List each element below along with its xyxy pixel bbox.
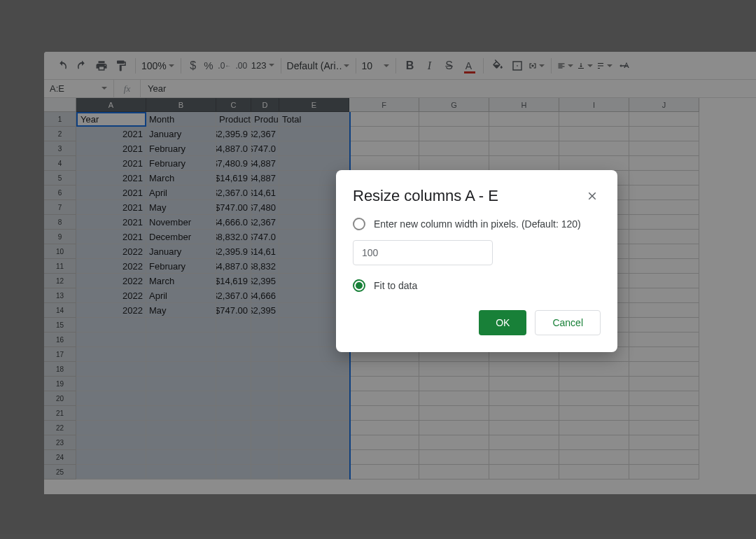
radio-enter-width[interactable]: [353, 218, 365, 230]
resize-columns-dialog: Resize columns A - E Enter new column wi…: [336, 170, 617, 352]
radio-label: Enter new column width in pixels. (Defau…: [374, 218, 581, 230]
column-width-input[interactable]: [353, 240, 493, 265]
radio-fit-to-data[interactable]: [353, 279, 365, 292]
close-icon[interactable]: [584, 188, 601, 204]
ok-button[interactable]: OK: [479, 310, 526, 335]
dialog-title: Resize columns A - E: [353, 187, 498, 205]
cancel-button[interactable]: Cancel: [535, 310, 601, 335]
radio-label: Fit to data: [374, 280, 417, 291]
